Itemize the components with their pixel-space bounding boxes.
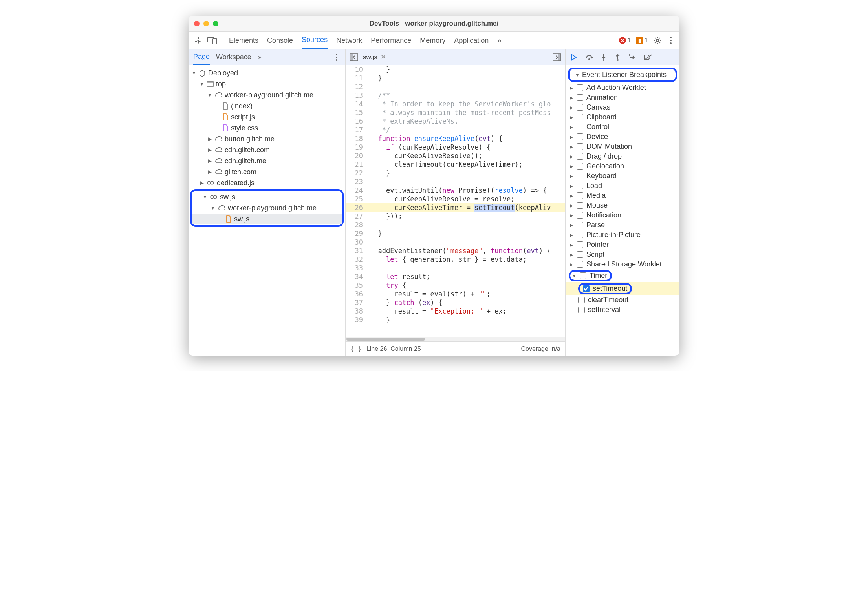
tab-memory[interactable]: Memory: [420, 32, 445, 49]
bp-checkbox[interactable]: [577, 192, 583, 199]
bp-checkbox[interactable]: [577, 232, 583, 238]
bp-checkbox[interactable]: [577, 114, 583, 120]
toggle-navigator-icon[interactable]: [350, 53, 358, 61]
tree-domain-glitch[interactable]: ▶glitch.com: [189, 166, 345, 177]
bp-category[interactable]: ▶Shared Storage Worklet: [566, 259, 679, 269]
code-line[interactable]: 10 }: [346, 65, 565, 74]
bp-category[interactable]: ▶Picture-in-Picture: [566, 230, 679, 240]
tree-sw-file[interactable]: sw.js: [192, 214, 342, 224]
line-number[interactable]: 26: [346, 203, 368, 212]
bp-category[interactable]: ▶Pointer: [566, 240, 679, 250]
line-number[interactable]: 22: [346, 169, 368, 177]
code-line[interactable]: 16 * extraKeepAliveMs.: [346, 117, 565, 126]
code-line[interactable]: 32 let { generation, str } = evt.data;: [346, 255, 565, 264]
tab-sources[interactable]: Sources: [302, 32, 328, 49]
bp-category[interactable]: ▶Device: [566, 132, 679, 142]
bp-checkbox[interactable]: [577, 104, 583, 111]
line-number[interactable]: 35: [346, 281, 368, 290]
bp-checkbox[interactable]: [577, 202, 583, 209]
code-line[interactable]: 28: [346, 221, 565, 229]
deactivate-breakpoints-icon[interactable]: [643, 54, 653, 61]
code-line[interactable]: 18 function ensureKeepAlive(evt) {: [346, 134, 565, 143]
code-line[interactable]: 29 }: [346, 229, 565, 238]
line-number[interactable]: 30: [346, 238, 368, 246]
tree-sw-domain[interactable]: ▼worker-playground.glitch.me: [192, 203, 342, 214]
bp-category[interactable]: ▶Clipboard: [566, 112, 679, 122]
line-number[interactable]: 18: [346, 134, 368, 143]
line-number[interactable]: 16: [346, 117, 368, 126]
bp-category[interactable]: ▶Script: [566, 250, 679, 259]
code-line[interactable]: 26 curKeepAliveTimer = setTimeout(keepAl…: [346, 203, 565, 212]
line-number[interactable]: 27: [346, 212, 368, 221]
step-over-icon[interactable]: [585, 53, 593, 61]
bp-checkbox[interactable]: [577, 163, 583, 170]
code-line[interactable]: 15 * always maintain the most-recent pos…: [346, 108, 565, 117]
line-number[interactable]: 19: [346, 143, 368, 151]
bp-category-timer[interactable]: ▼Timer: [566, 269, 679, 282]
line-number[interactable]: 32: [346, 255, 368, 264]
line-number[interactable]: 21: [346, 160, 368, 169]
line-number[interactable]: 23: [346, 177, 368, 186]
code-editor[interactable]: 10 }11 }1213 /**14 * In order to keep th…: [346, 65, 565, 337]
resume-icon[interactable]: [570, 53, 578, 61]
step-out-icon[interactable]: [614, 53, 621, 61]
bp-category[interactable]: ▶Mouse: [566, 201, 679, 210]
line-number[interactable]: 29: [346, 229, 368, 238]
line-number[interactable]: 10: [346, 65, 368, 74]
bp-category[interactable]: ▶Control: [566, 122, 679, 132]
line-number[interactable]: 33: [346, 264, 368, 272]
bp-checkbox[interactable]: [577, 212, 583, 219]
line-number[interactable]: 37: [346, 298, 368, 307]
bp-checkbox[interactable]: [577, 222, 583, 228]
code-line[interactable]: 22 }: [346, 169, 565, 177]
bp-checkbox[interactable]: [578, 297, 585, 303]
bp-category[interactable]: ▶Notification: [566, 210, 679, 220]
settings-icon[interactable]: [653, 36, 662, 45]
bp-checkbox-partial[interactable]: [580, 272, 586, 279]
tree-deployed[interactable]: ▼Deployed: [189, 68, 345, 78]
bp-category[interactable]: ▶Media: [566, 191, 679, 201]
tree-domain-button[interactable]: ▶button.glitch.me: [189, 133, 345, 144]
more-options-icon[interactable]: [667, 37, 675, 44]
tab-performance[interactable]: Performance: [371, 32, 411, 49]
subtab-page[interactable]: Page: [193, 49, 210, 65]
code-line[interactable]: 21 clearTimeout(curKeepAliveTimer);: [346, 160, 565, 169]
step-into-icon[interactable]: [600, 53, 607, 61]
code-line[interactable]: 12: [346, 82, 565, 91]
code-line[interactable]: 31 addEventListener("message", function(…: [346, 246, 565, 255]
pretty-print-icon[interactable]: { }: [350, 345, 362, 352]
bp-checkbox[interactable]: [583, 285, 590, 292]
bp-category[interactable]: ▶Ad Auction Worklet: [566, 83, 679, 93]
tree-domain-cdn-com[interactable]: ▶cdn.glitch.com: [189, 144, 345, 155]
line-number[interactable]: 14: [346, 100, 368, 108]
toggle-debugger-icon[interactable]: [553, 53, 561, 61]
bp-category[interactable]: ▶Keyboard: [566, 171, 679, 181]
line-number[interactable]: 25: [346, 195, 368, 203]
code-line[interactable]: 35 try {: [346, 281, 565, 290]
tab-console[interactable]: Console: [267, 32, 293, 49]
bp-checkbox[interactable]: [577, 84, 583, 91]
tab-application[interactable]: Application: [454, 32, 489, 49]
code-line[interactable]: 25 curKeepAliveResolve = resolve;: [346, 195, 565, 203]
bp-category[interactable]: ▶Parse: [566, 220, 679, 230]
code-line[interactable]: 27 }));: [346, 212, 565, 221]
line-number[interactable]: 17: [346, 126, 368, 134]
bp-category[interactable]: ▶Load: [566, 181, 679, 191]
line-number[interactable]: 34: [346, 272, 368, 281]
line-number[interactable]: 24: [346, 186, 368, 195]
code-line[interactable]: 14 * In order to keep the ServiceWorker'…: [346, 100, 565, 108]
bp-item[interactable]: setTimeout: [566, 282, 679, 295]
code-line[interactable]: 17 */: [346, 126, 565, 134]
bp-item[interactable]: setInterval: [566, 305, 679, 315]
code-line[interactable]: 30: [346, 238, 565, 246]
bp-category[interactable]: ▶Drag / drop: [566, 151, 679, 161]
event-listener-breakpoints-header[interactable]: ▼Event Listener Breakpoints: [572, 69, 673, 80]
code-line[interactable]: 13 /**: [346, 91, 565, 100]
code-line[interactable]: 36 result = eval(str) + "";: [346, 290, 565, 298]
code-line[interactable]: 24 evt.waitUntil(new Promise((resolve) =…: [346, 186, 565, 195]
line-number[interactable]: 11: [346, 74, 368, 82]
close-tab-icon[interactable]: ✕: [381, 53, 386, 61]
code-line[interactable]: 37 } catch (ex) {: [346, 298, 565, 307]
bp-checkbox[interactable]: [577, 173, 583, 179]
tree-domain-cdn-me[interactable]: ▶cdn.glitch.me: [189, 155, 345, 166]
